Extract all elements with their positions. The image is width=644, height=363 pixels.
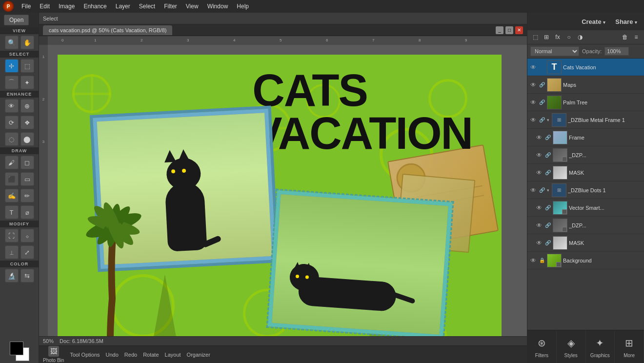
menu-file[interactable]: File xyxy=(18,2,35,11)
hand-tool[interactable]: ✋ xyxy=(20,36,34,49)
enhance-section-label: ENHANCE xyxy=(0,91,39,98)
opacity-input[interactable] xyxy=(604,47,629,56)
menu-select[interactable]: Select xyxy=(135,2,159,11)
layer-new-icon[interactable]: ⬚ xyxy=(530,32,540,42)
layer-eye-dzp-1[interactable]: 👁 xyxy=(535,152,543,159)
menu-view[interactable]: View xyxy=(182,2,202,11)
menu-layer[interactable]: Layer xyxy=(112,2,134,11)
crop-tool[interactable]: ⛶ xyxy=(5,229,19,242)
tab-graphics[interactable]: ✦ Graphics xyxy=(586,330,615,363)
layer-fx-icon[interactable]: fx xyxy=(553,32,563,42)
draw-tools-row3: ✍ ✏ xyxy=(0,187,39,204)
paint-bucket-tool[interactable]: ✍ xyxy=(5,189,19,202)
draw-section-label: DRAW xyxy=(0,147,39,154)
menu-edit[interactable]: Edit xyxy=(36,2,54,11)
open-button[interactable]: Open xyxy=(4,15,29,25)
layer-menu-icon[interactable]: ≡ xyxy=(631,32,641,42)
maximize-button[interactable]: □ xyxy=(505,26,513,34)
close-button[interactable]: ✕ xyxy=(515,26,523,34)
healing-tool[interactable]: ⊕ xyxy=(20,99,34,113)
minimize-button[interactable]: _ xyxy=(496,26,503,34)
view-section-label: VIEW xyxy=(0,27,39,34)
tab-more[interactable]: ⊞ More xyxy=(615,330,644,363)
straighten-tool[interactable]: ⟂ xyxy=(5,245,19,259)
create-button[interactable]: Create ▾ xyxy=(579,17,608,26)
red-eye-tool[interactable]: 👁 xyxy=(5,99,19,113)
tool-options-label[interactable]: Tool Options xyxy=(70,352,100,358)
canvas-tab[interactable]: cats vacation.psd @ 50% (Cats Vacation, … xyxy=(43,25,172,35)
layer-eye-mask-1[interactable]: 👁 xyxy=(535,169,543,176)
layer-eye-dzblue-metal-frame-1[interactable]: 👁 xyxy=(529,117,537,123)
layer-row-cats-vacation[interactable]: 👁 T Cats Vacation xyxy=(527,59,644,76)
organizer-label[interactable]: Organizer xyxy=(187,352,210,358)
undo-label[interactable]: Undo xyxy=(106,352,119,358)
draw-tools-row4: T ⌀ xyxy=(0,204,39,221)
layers-list: 👁 T Cats Vacation 👁 🔗 Maps 👁 🔗 Palm Tree xyxy=(527,59,644,330)
menu-filter[interactable]: Filter xyxy=(160,2,181,11)
redo-label[interactable]: Redo xyxy=(124,352,137,358)
layer-eye-vector-smart[interactable]: 👁 xyxy=(535,204,543,211)
layer-row-dzblue-metal-frame-1[interactable]: 👁 🔗 ▾ ⊞ _DZBlue Metal Frame 1 xyxy=(527,111,644,129)
layer-eye-frame[interactable]: 👁 xyxy=(535,134,543,141)
layer-row-maps[interactable]: 👁 🔗 Maps xyxy=(527,76,644,94)
layer-row-vector-smart[interactable]: 👁 🔗 Vector Smart... xyxy=(527,199,644,217)
layer-row-dzblue-dots-1[interactable]: 👁 🔗 ▾ ⊞ _DZBlue Dots 1 xyxy=(527,182,644,199)
eyedropper-tool[interactable]: 🔬 xyxy=(5,269,19,282)
paint-tool[interactable]: ⌀ xyxy=(20,205,34,219)
tab-styles[interactable]: ◈ Styles xyxy=(557,330,586,363)
eraser-tool[interactable]: ◻ xyxy=(20,156,34,169)
lasso-tool[interactable]: ⌒ xyxy=(5,76,19,89)
gradient-tool[interactable]: ▭ xyxy=(20,172,34,186)
share-button[interactable]: Share ▾ xyxy=(612,17,640,26)
layer-row-mask-2[interactable]: 👁 🔗 MASK xyxy=(527,234,644,252)
blur-tool[interactable]: ◌ xyxy=(5,132,19,146)
marquee-tool[interactable]: ⬚ xyxy=(20,59,34,73)
blend-mode-select[interactable]: Normal Multiply Screen Overlay xyxy=(530,46,579,56)
layer-eye-palm-tree[interactable]: 👁 xyxy=(529,99,537,106)
layer-eye-cats-vacation[interactable]: 👁 xyxy=(529,64,537,71)
rotate-label[interactable]: Rotate xyxy=(143,352,159,358)
layer-adj-icon[interactable]: ◑ xyxy=(575,32,585,42)
zoom-tool[interactable]: 🔍 xyxy=(5,36,19,49)
pencil-tool[interactable]: ✏ xyxy=(20,189,34,202)
layer-lock-mask-1: 🔗 xyxy=(544,170,551,175)
layer-eye-mask-2[interactable]: 👁 xyxy=(535,240,543,246)
menu-window[interactable]: Window xyxy=(203,2,232,11)
foreground-color-swatch[interactable] xyxy=(10,342,23,355)
recompose-tool[interactable]: ⬦ xyxy=(20,229,34,242)
stamp-tool[interactable]: ❖ xyxy=(20,116,34,129)
type-tool[interactable]: T xyxy=(5,205,19,219)
layer-eye-maps[interactable]: 👁 xyxy=(529,81,537,88)
layer-row-mask-1[interactable]: 👁 🔗 MASK xyxy=(527,164,644,182)
fill-tool[interactable]: ⬛ xyxy=(5,172,19,186)
styles-icon: ◈ xyxy=(563,335,579,351)
layout-label[interactable]: Layout xyxy=(165,352,181,358)
clone-tool[interactable]: ⟳ xyxy=(5,116,19,129)
sharpen-tool[interactable]: ⬤ xyxy=(20,132,34,146)
layer-eye-background[interactable]: 👁 xyxy=(529,257,537,264)
layer-row-palm-tree[interactable]: 👁 🔗 Palm Tree xyxy=(527,94,644,111)
group-arrow-dzblue-dots-1[interactable]: ▾ xyxy=(547,188,549,193)
menu-enhance[interactable]: Enhance xyxy=(80,2,110,11)
transform-tool[interactable]: ⤢ xyxy=(20,245,34,259)
layer-delete-icon[interactable]: 🗑 xyxy=(620,32,630,42)
menu-image[interactable]: Image xyxy=(55,2,79,11)
group-arrow-dzblue-metal-frame-1[interactable]: ▾ xyxy=(547,118,549,122)
menu-help[interactable]: Help xyxy=(233,2,253,11)
styles-label: Styles xyxy=(564,353,578,358)
layer-lock-dzblue-metal-frame-1: 🔗 xyxy=(539,117,545,122)
layer-group-icon[interactable]: ⊞ xyxy=(542,32,551,42)
color-swap-tool[interactable]: ⇆ xyxy=(20,269,34,282)
layer-row-dzp-2[interactable]: 👁 🔗 _DZP... xyxy=(527,217,644,234)
magic-wand-tool[interactable]: ✦ xyxy=(20,76,34,89)
brush-tool[interactable]: 🖌 xyxy=(5,156,19,169)
layer-eye-dzblue-dots-1[interactable]: 👁 xyxy=(529,187,537,194)
move-tool[interactable]: ✢ xyxy=(5,59,19,73)
layer-row-dzp-1[interactable]: 👁 🔗 _DZP... xyxy=(527,146,644,164)
layer-row-background[interactable]: 👁 🔒 Background xyxy=(527,252,644,269)
layer-eye-dzp-2[interactable]: 👁 xyxy=(535,222,543,229)
layer-row-frame[interactable]: 👁 🔗 Frame xyxy=(527,129,644,146)
tab-filters[interactable]: ⊛ Filters xyxy=(527,330,557,363)
photo-bin-item[interactable]: 🖼 Photo Bin xyxy=(43,346,64,363)
layer-mask-icon[interactable]: ○ xyxy=(564,32,574,42)
